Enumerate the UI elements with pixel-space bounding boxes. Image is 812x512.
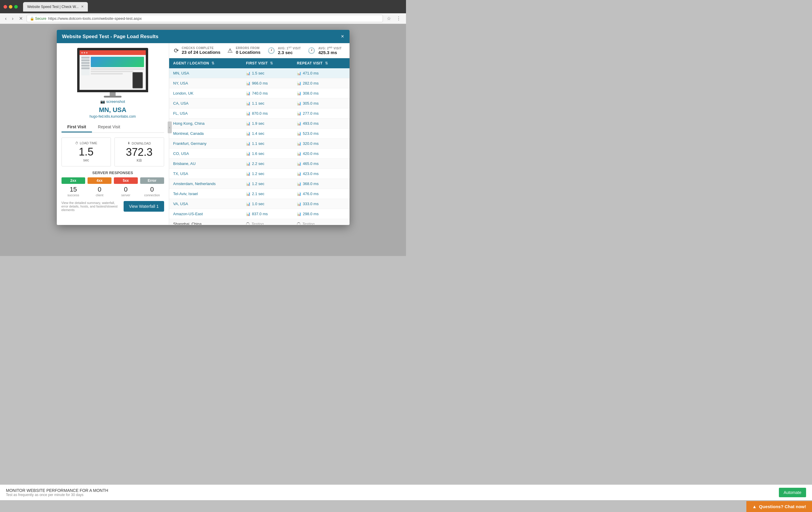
location-cell: Amazon-US-East	[169, 209, 242, 219]
first-visit-cell: 📊 1.4 sec	[242, 129, 293, 139]
tab-bar: Website Speed Test | Check W... ✕	[23, 2, 402, 11]
location-link[interactable]: MN, USA	[173, 71, 189, 76]
repeat-visit-value[interactable]: 📊 277.0 ms	[297, 111, 345, 116]
address-bar: ‹ › ✕ 🔒 Secure https://www.dotcom-tools.…	[0, 13, 406, 24]
repeat-visit-value[interactable]: 📊 465.0 ms	[297, 161, 345, 166]
first-visit-value[interactable]: 📊 1.2 sec	[246, 181, 289, 186]
browser-tab[interactable]: Website Speed Test | Check W... ✕	[23, 2, 88, 11]
monitor-wrapper: 📷 screenshot	[61, 48, 164, 104]
col-location[interactable]: AGENT / LOCATION ⇅	[169, 58, 242, 68]
load-time-label: ⏱ LOAD TIME	[65, 141, 107, 145]
location-link[interactable]: Hong Kong, China	[173, 121, 205, 126]
modal-close-button[interactable]: ×	[341, 33, 344, 40]
first-visit-value[interactable]: 📊 1.6 sec	[246, 151, 289, 156]
location-link[interactable]: VA, USA	[173, 202, 188, 206]
repeat-visit-value[interactable]: 📊 305.0 ms	[297, 101, 345, 106]
col-repeat-visit[interactable]: REPEAT VISIT ⇅	[293, 58, 350, 68]
avg1-stat: 🕐 AVG: 1st VISIT 2.3 sec	[268, 46, 301, 55]
repeat-visit-value[interactable]: 📊 333.0 ms	[297, 202, 345, 206]
first-visit-value[interactable]: 📊 1.4 sec	[246, 131, 289, 136]
repeat-visit-value[interactable]: 📊 368.0 ms	[297, 181, 345, 186]
location-link[interactable]: Tel-Aviv, Israel	[173, 191, 198, 196]
location-link[interactable]: Montreal, Canada	[173, 131, 204, 136]
bookmark-icon[interactable]: ☆	[385, 15, 393, 22]
footer-text: View the detailed summary, waterfall, er…	[61, 201, 120, 212]
collapse-panel-button[interactable]: ‹	[168, 121, 172, 133]
chart-icon-2: 📊	[297, 121, 301, 126]
first-visit-value[interactable]: 📊 1.2 sec	[246, 172, 289, 176]
chart-icon: 📊	[246, 182, 251, 186]
forward-button[interactable]: ›	[10, 16, 15, 22]
first-visit-value[interactable]: 📊 740.0 ms	[246, 91, 289, 95]
location-link[interactable]: Frankfurt, Germany	[173, 141, 207, 146]
location-link[interactable]: CO, USA	[173, 151, 189, 156]
first-visit-value[interactable]: 📊 2.2 sec	[246, 161, 289, 166]
maximize-traffic-light[interactable]	[14, 5, 18, 8]
menu-icon[interactable]: ⋮	[395, 15, 402, 22]
first-visit-value[interactable]: 📊 1.1 sec	[246, 101, 289, 106]
tab-repeat-visit[interactable]: Repeat Visit	[92, 122, 126, 132]
chart-icon-2: 📊	[297, 101, 301, 106]
table-row: CA, USA📊 1.1 sec📊 305.0 ms	[169, 98, 350, 109]
location-link[interactable]: Brisbane, AU	[173, 161, 196, 166]
col-first-visit[interactable]: FIRST VISIT ⇅	[242, 58, 293, 68]
results-table: AGENT / LOCATION ⇅ FIRST VISIT ⇅ REPEAT …	[169, 58, 350, 225]
location-link[interactable]: NY, USA	[173, 81, 188, 85]
repeat-visit-value[interactable]: 📊 471.0 ms	[297, 71, 345, 76]
chart-icon: 📊	[246, 71, 251, 76]
location-link[interactable]: FL, USA	[173, 111, 188, 116]
location-link[interactable]: TX, USA	[173, 172, 188, 176]
location-link[interactable]: CA, USA	[173, 101, 188, 106]
url-bar[interactable]: 🔒 Secure https://www.dotcom-tools.com/we…	[27, 15, 383, 22]
first-visit-cell: 📊 1.0 sec	[242, 199, 293, 209]
monitor-stand-base	[104, 96, 121, 97]
errors-label: ERRORS FROM	[236, 47, 260, 50]
first-visit-cell: 📊 837.0 ms	[242, 209, 293, 219]
location-link[interactable]: Amsterdam, Netherlands	[173, 181, 216, 186]
repeat-visit-value[interactable]: 📊 320.0 ms	[297, 141, 345, 146]
location-link[interactable]: Amazon-US-East	[173, 212, 203, 216]
first-visit-cell: 📊 2.2 sec	[242, 159, 293, 169]
table-row: TX, USA📊 1.2 sec📊 423.0 ms	[169, 169, 350, 179]
repeat-visit-value[interactable]: 📊 420.0 ms	[297, 151, 345, 156]
close-nav-button[interactable]: ✕	[18, 15, 24, 22]
first-visit-cell: 📊 740.0 ms	[242, 88, 293, 98]
screenshot-link[interactable]: 📷 screenshot	[61, 99, 164, 104]
waterfall-button[interactable]: View Waterfall 1	[124, 201, 164, 212]
monitor-stand-neck	[110, 92, 116, 96]
first-visit-value[interactable]: 📊 870.0 ms	[246, 111, 289, 116]
repeat-visit-value[interactable]: 📊 308.0 ms	[297, 91, 345, 95]
repeat-visit-cell: 📊 420.0 ms	[293, 149, 350, 159]
chart-icon: 📊	[246, 131, 251, 136]
first-visit-value[interactable]: 📊 1.1 sec	[246, 141, 289, 146]
first-visit-value[interactable]: 📊 1.0 sec	[246, 202, 289, 206]
clock2-icon: 🕐	[308, 47, 315, 54]
first-visit-value[interactable]: 📊 966.0 ms	[246, 81, 289, 85]
location-link[interactable]: London, UK	[173, 91, 194, 95]
avg2-stat: 🕐 AVG: 2nd VISIT 425.3 ms	[308, 46, 342, 55]
tab-close-icon[interactable]: ✕	[81, 5, 84, 8]
first-visit-cell: 📊 1.1 sec	[242, 139, 293, 149]
tab-title: Website Speed Test | Check W...	[27, 5, 79, 9]
location-cell: CA, USA	[169, 98, 242, 109]
repeat-visit-value[interactable]: 📊 282.0 ms	[297, 81, 345, 85]
repeat-visit-value[interactable]: 📊 476.0 ms	[297, 191, 345, 196]
right-panel: ⟳ CHECKS COMPLETE 23 of 24 Locations ⚠ E…	[169, 43, 350, 225]
close-traffic-light[interactable]	[4, 5, 7, 8]
first-visit-value[interactable]: 📊 1.5 sec	[246, 71, 289, 76]
tab-first-visit[interactable]: First Visit	[61, 122, 92, 132]
first-visit-value[interactable]: 📊 837.0 ms	[246, 212, 289, 216]
back-button[interactable]: ‹	[4, 16, 8, 22]
repeat-visit-cell: Testing	[293, 219, 350, 225]
repeat-visit-value[interactable]: 📊 493.0 ms	[297, 121, 345, 126]
repeat-visit-value[interactable]: 📊 298.0 ms	[297, 212, 345, 216]
location-cell: Montreal, Canada	[169, 129, 242, 139]
table-row: Montreal, Canada📊 1.4 sec📊 523.0 ms	[169, 129, 350, 139]
download-box: ⬇ DOWNLOAD 372.3 KB	[114, 138, 164, 167]
first-visit-value[interactable]: 📊 1.9 sec	[246, 121, 289, 126]
repeat-visit-value[interactable]: 📊 423.0 ms	[297, 172, 345, 176]
minimize-traffic-light[interactable]	[9, 5, 12, 8]
first-visit-value[interactable]: 📊 2.1 sec	[246, 191, 289, 196]
repeat-visit-value[interactable]: 📊 523.0 ms	[297, 131, 345, 136]
first-visit-cell: 📊 966.0 ms	[242, 78, 293, 88]
